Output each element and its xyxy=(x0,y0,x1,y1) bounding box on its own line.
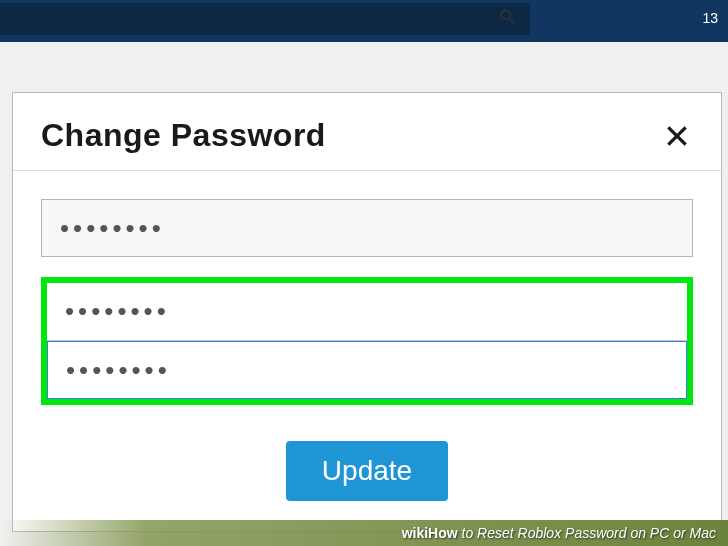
highlight-annotation xyxy=(41,277,693,405)
page-background: Personal Change Password Update wikiHow … xyxy=(0,42,728,546)
caption-brand: wiki xyxy=(402,525,428,541)
close-icon xyxy=(664,123,690,149)
caption-text: wikiHow to Reset Roblox Password on PC o… xyxy=(402,525,716,541)
top-nav-bar: 13 xyxy=(0,0,728,42)
modal-footer: Update xyxy=(13,423,721,531)
modal-title: Change Password xyxy=(41,117,326,154)
confirm-password-input[interactable] xyxy=(47,341,687,399)
modal-body xyxy=(13,171,721,423)
new-password-input[interactable] xyxy=(47,283,687,341)
current-password-input[interactable] xyxy=(41,199,693,257)
change-password-modal: Change Password Update xyxy=(12,92,722,532)
caption-article-title: to Reset Roblox Password on PC or Mac xyxy=(458,525,716,541)
modal-header: Change Password xyxy=(13,93,721,171)
caption-bar: wikiHow to Reset Roblox Password on PC o… xyxy=(0,520,728,546)
caption-brand-suffix: How xyxy=(428,525,458,541)
search-box[interactable] xyxy=(0,3,530,35)
notification-count: 13 xyxy=(702,10,718,26)
update-button[interactable]: Update xyxy=(286,441,448,501)
close-button[interactable] xyxy=(661,120,693,152)
search-icon xyxy=(498,7,518,31)
